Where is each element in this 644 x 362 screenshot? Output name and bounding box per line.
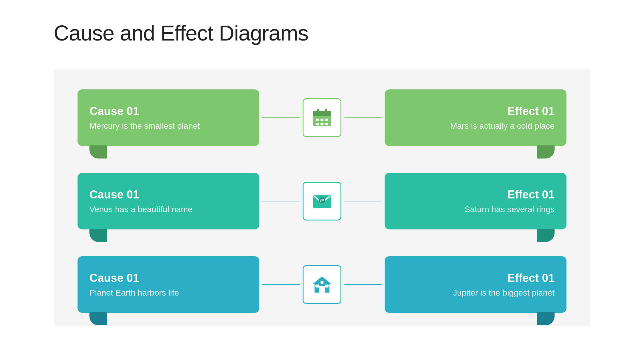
effect-2-subtitle: Saturn has several rings — [397, 205, 555, 214]
effect-block-3: Effect 01 Jupiter is the biggest planet — [385, 256, 566, 313]
svg-rect-7 — [316, 123, 319, 125]
connector-1 — [262, 117, 300, 118]
connector-3 — [262, 284, 300, 285]
effect-block-1: Effect 01 Mars is actually a cold place — [385, 89, 566, 146]
cause-1-title: Cause 01 — [89, 105, 247, 118]
effect-1-title: Effect 01 — [397, 105, 555, 118]
cause-effect-row-3: Cause 01 Planet Earth harbors life Effec… — [78, 250, 566, 319]
diagram-container: Cause 01 Mercury is the smallest planet … — [54, 69, 590, 326]
svg-rect-5 — [321, 119, 323, 121]
cause-2-title: Cause 01 — [89, 188, 247, 201]
svg-rect-6 — [325, 119, 328, 121]
connector-3b — [344, 284, 382, 285]
effect-2-title: Effect 01 — [397, 188, 555, 201]
cause-1-subtitle: Mercury is the smallest planet — [89, 121, 247, 131]
icon-box-1 — [303, 98, 341, 137]
icon-box-2: @ — [303, 182, 341, 220]
cause-block-3: Cause 01 Planet Earth harbors life — [78, 256, 259, 313]
svg-rect-16 — [315, 285, 319, 288]
calendar-icon — [312, 107, 332, 128]
effect-3-subtitle: Jupiter is the biggest planet — [397, 288, 555, 298]
cause-effect-row-1: Cause 01 Mercury is the smallest planet … — [78, 83, 566, 152]
svg-rect-3 — [325, 109, 327, 114]
email-icon: @ — [312, 191, 332, 212]
cause-block-1: Cause 01 Mercury is the smallest planet — [78, 89, 259, 146]
svg-rect-1 — [313, 111, 331, 116]
page-title: Cause and Effect Diagrams — [54, 21, 308, 45]
cause-3-subtitle: Planet Earth harbors life — [89, 288, 247, 298]
house-icon — [312, 274, 332, 295]
svg-rect-4 — [316, 119, 319, 121]
effect-3-title: Effect 01 — [397, 272, 555, 285]
svg-text:@: @ — [320, 198, 324, 203]
svg-rect-9 — [325, 123, 328, 125]
svg-rect-8 — [321, 123, 323, 125]
cause-effect-row-2: Cause 01 Venus has a beautiful name @ Ef… — [78, 167, 566, 235]
effect-1-subtitle: Mars is actually a cold place — [397, 121, 555, 131]
connector-1b — [344, 117, 382, 118]
cause-3-title: Cause 01 — [89, 272, 247, 285]
svg-rect-14 — [319, 286, 325, 293]
connector-2 — [262, 201, 300, 201]
svg-rect-2 — [317, 109, 319, 114]
svg-rect-17 — [325, 285, 329, 288]
cause-block-2: Cause 01 Venus has a beautiful name — [78, 173, 259, 229]
svg-rect-15 — [321, 281, 323, 284]
cause-2-subtitle: Venus has a beautiful name — [89, 205, 247, 214]
effect-block-2: Effect 01 Saturn has several rings — [385, 173, 566, 229]
icon-box-3 — [303, 265, 341, 304]
connector-2b — [344, 201, 382, 201]
